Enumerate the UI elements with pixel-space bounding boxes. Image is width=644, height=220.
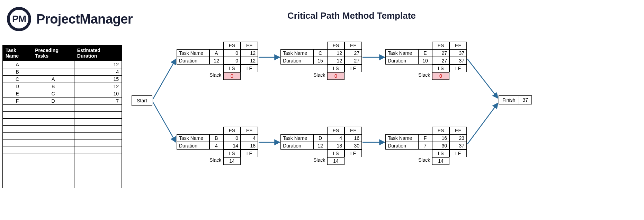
logo-icon: PM — [7, 7, 31, 31]
ls-header: LS — [327, 65, 345, 72]
cell-dur: 15 — [74, 76, 122, 83]
ef-value: 27 — [345, 49, 362, 57]
slack-value: 0 — [327, 72, 345, 80]
lf-value: 27 — [345, 57, 362, 65]
es-header: ES — [327, 127, 345, 134]
duration-value: 12 — [313, 142, 327, 150]
lf-header: LF — [449, 65, 467, 72]
finish-node: Finish 37 — [499, 95, 532, 104]
svg-line-1 — [153, 102, 176, 142]
cell-dur: 4 — [74, 68, 122, 76]
duration-value: 15 — [313, 57, 327, 65]
task-id: F — [418, 134, 432, 142]
task-name-label: Task Name — [385, 134, 418, 142]
ls-value: 0 — [223, 57, 241, 65]
es-value: 16 — [432, 134, 449, 142]
cell-task: B — [3, 68, 32, 76]
table-row: B4 — [3, 68, 122, 76]
ef-header: EF — [449, 127, 467, 134]
col-task-name: Task Name — [3, 45, 32, 61]
ls-header: LS — [432, 150, 449, 157]
task-name-label: Task Name — [177, 49, 209, 57]
cell-dur: 10 — [74, 90, 122, 98]
duration-label: Duration — [385, 142, 418, 150]
task-node-b: ESEFTask NameB04Duration41418LSLFSlack14 — [177, 127, 258, 165]
table-row-blank — [3, 126, 122, 133]
slack-label: Slack — [313, 157, 327, 165]
duration-value: 10 — [418, 57, 432, 65]
task-name-label: Task Name — [385, 49, 418, 57]
task-table: Task Name Preceding Tasks Estimated Dura… — [2, 45, 122, 188]
task-name-label: Task Name — [177, 134, 209, 142]
table-row-blank — [3, 181, 122, 188]
slack-value: 0 — [432, 72, 449, 80]
cpm-diagram: Start Finish 37 ESEFTask NameA012Duratio… — [132, 42, 637, 208]
slack-label: Slack — [313, 72, 327, 80]
task-node-c: ESEFTask NameC1227Duration151227LSLFSlac… — [280, 42, 362, 80]
task-node-f: ESEFTask NameF1623Duration73037LSLFSlack… — [385, 127, 467, 165]
brand-name: ProjectManager — [36, 12, 133, 27]
start-node: Start — [132, 95, 152, 106]
slack-value: 14 — [223, 157, 241, 165]
table-row-blank — [3, 160, 122, 167]
slack-value: 0 — [223, 72, 241, 80]
cell-dur: 12 — [74, 83, 122, 90]
ef-value: 12 — [241, 49, 258, 57]
table-row: A12 — [3, 61, 122, 68]
cell-task: F — [3, 98, 32, 105]
ef-value: 37 — [449, 49, 467, 57]
duration-value: 12 — [209, 57, 223, 65]
duration-label: Duration — [177, 57, 209, 65]
ef-header: EF — [449, 42, 467, 49]
ls-value: 27 — [432, 57, 449, 65]
slack-label: Slack — [209, 72, 223, 80]
task-id: E — [418, 49, 432, 57]
lf-header: LF — [241, 150, 258, 157]
svg-line-6 — [467, 59, 498, 98]
task-node-e: ESEFTask NameE2737Duration102737LSLFSlac… — [385, 42, 467, 80]
ls-value: 18 — [327, 142, 345, 150]
cell-task: E — [3, 90, 32, 98]
cell-dur: 12 — [74, 61, 122, 68]
duration-label: Duration — [280, 142, 313, 150]
table-row-blank — [3, 105, 122, 112]
ls-header: LS — [327, 150, 345, 157]
lf-header: LF — [345, 150, 362, 157]
task-id: D — [313, 134, 327, 142]
slack-value: 14 — [432, 157, 449, 165]
duration-value: 7 — [418, 142, 432, 150]
cell-pred: A — [32, 76, 74, 83]
cell-pred: B — [32, 83, 74, 90]
task-id: B — [209, 134, 223, 142]
ef-value: 4 — [241, 134, 258, 142]
es-value: 4 — [327, 134, 345, 142]
es-header: ES — [327, 42, 345, 49]
task-id: A — [209, 49, 223, 57]
table-row-blank — [3, 133, 122, 139]
table-row: FD7 — [3, 98, 122, 105]
ls-header: LS — [432, 65, 449, 72]
svg-line-7 — [467, 103, 498, 144]
ef-value: 16 — [345, 134, 362, 142]
ef-header: EF — [241, 127, 258, 134]
slack-value: 14 — [327, 157, 345, 165]
table-row: CA15 — [3, 76, 122, 83]
es-header: ES — [432, 42, 449, 49]
duration-label: Duration — [385, 57, 418, 65]
ls-header: LS — [223, 65, 241, 72]
cell-task: D — [3, 83, 32, 90]
lf-header: LF — [449, 150, 467, 157]
table-row-blank — [3, 167, 122, 174]
slack-label: Slack — [418, 157, 432, 165]
es-value: 12 — [327, 49, 345, 57]
es-value: 27 — [432, 49, 449, 57]
table-row: DB12 — [3, 83, 122, 90]
task-node-d: ESEFTask NameD416Duration121830LSLFSlack… — [280, 127, 362, 165]
es-value: 0 — [223, 134, 241, 142]
page-title: Critical Path Method Template — [287, 10, 416, 21]
cell-pred: D — [32, 98, 74, 105]
cell-task: A — [3, 61, 32, 68]
task-name-label: Task Name — [280, 49, 313, 57]
table-row: EC10 — [3, 90, 122, 98]
duration-value: 4 — [209, 142, 223, 150]
